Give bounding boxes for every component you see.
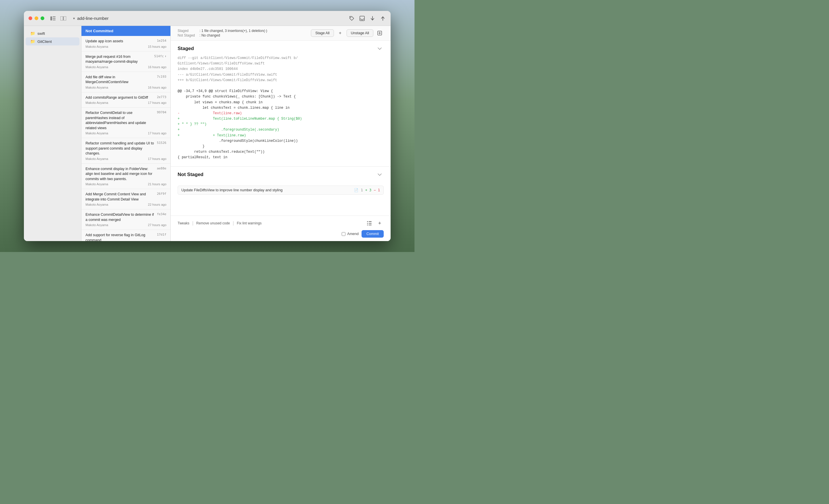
commit-item-6[interactable]: Enhance commit display in FolderView: al… (81, 164, 170, 189)
commit-item-9[interactable]: Add support for reverse flag in GitLog c… (81, 230, 170, 241)
commit-title-9: Add support for reverse flag in GitLog c… (85, 233, 157, 241)
commit-item-8[interactable]: Enhance CommitDetailView to determine if… (81, 209, 170, 230)
commit-hash-1: 514fc ⬆ (154, 54, 167, 58)
not-staged-files: Update FileDiffsView to improve line num… (171, 182, 391, 201)
commit-time-2: 16 hours ago (148, 86, 167, 89)
diff-line-added: + " " } ?? "") (178, 122, 384, 127)
add-template-icon-button[interactable]: + (375, 219, 384, 227)
commit-author-0: Makoto Aoyama (85, 45, 108, 48)
diff-line: +++ b/GitClient/Views/Commit/FileDiffsVi… (178, 78, 384, 83)
svg-rect-4 (61, 16, 63, 21)
push-icon[interactable] (380, 15, 386, 22)
traffic-lights (29, 16, 44, 20)
tag-separator-1: | (233, 221, 234, 226)
commit-item-3[interactable]: Add commitsRange argument to GitDiff 2e7… (81, 92, 170, 108)
not-staged-section-title: Not Staged (178, 172, 204, 178)
diff-line (178, 83, 384, 89)
commit-tag-2[interactable]: Fix lint warnings (237, 220, 262, 226)
diff-line: GitClient/Views/Commit/FileDiffsView.swi… (178, 61, 384, 67)
commit-time-3: 17 hours ago (148, 101, 167, 105)
svg-rect-3 (53, 20, 56, 21)
sidebar-item-label-2: GitClient (37, 39, 52, 44)
diff-panel: Staged : 1 file changed, 3 insertions(+)… (171, 26, 391, 241)
commit-time-5: 17 hours ago (148, 157, 167, 160)
minimize-button[interactable] (35, 16, 38, 20)
titlebar: ▾ add-line-number (24, 11, 391, 26)
commit-time-7: 22 hours ago (148, 203, 167, 206)
main-content: 📁 swift 📁 GitClient Not Committed Update… (24, 26, 391, 241)
export-icon-button[interactable] (375, 29, 384, 37)
commit-time-6: 21 hours ago (148, 182, 167, 186)
svg-rect-2 (53, 18, 56, 19)
not-staged-collapse-icon[interactable] (375, 170, 384, 179)
diff-line: --- a/GitClient/Views/Commit/FileDiffsVi… (178, 72, 384, 78)
commit-item-5[interactable]: Refactor commit handling and update UI t… (81, 138, 170, 164)
diff-line-added: + .foregroundStyle(.secondary) (178, 127, 384, 132)
pull-icon[interactable] (369, 15, 375, 22)
file-name: Update FileDiffsView to improve line num… (181, 188, 283, 192)
commit-actions: Amend Commit (178, 230, 384, 238)
branch-selector[interactable]: ▾ add-line-number (73, 16, 349, 21)
svg-rect-14 (369, 225, 372, 225)
commit-title-6: Enhance commit display in FolderView: al… (85, 166, 157, 182)
diff-line-added: + Text(line.toFileLineNumber.map { Strin… (178, 116, 384, 122)
tabs-icon[interactable] (61, 15, 66, 21)
tag-icon[interactable] (349, 15, 355, 22)
amend-label[interactable]: Amend (347, 232, 359, 236)
commit-hash-2: 7c193 (157, 75, 167, 79)
commit-author-4: Makoto Aoyama (85, 131, 108, 135)
commit-item-2[interactable]: Add file diff view in MergeCommitContent… (81, 72, 170, 92)
commit-tags: Tweaks | Remove unused code | Fix lint w… (178, 219, 384, 227)
file-icon: 📄 (354, 188, 358, 192)
deletions: − 1 (374, 188, 380, 192)
diff-stats: Staged : 1 file changed, 3 insertions(+)… (178, 29, 267, 37)
commit-time-4: 17 hours ago (148, 131, 167, 135)
sidebar-item-swift[interactable]: 📁 swift (26, 29, 79, 37)
titlebar-right-icons (349, 15, 386, 22)
commit-list-panel: Not Committed Update app icon assets 1e2… (81, 26, 171, 241)
commit-title-3: Add commitsRange argument to GitDiff (85, 95, 157, 101)
commit-item-0[interactable]: Update app icon assets 1e254 Makoto Aoya… (81, 36, 170, 51)
not-staged-section: Not Staged Update FileDiffsView to impro… (171, 166, 391, 201)
additions: + 3 (365, 188, 372, 192)
not-committed-header[interactable]: Not Committed (81, 26, 170, 36)
commit-item-4[interactable]: Refactor CommitDetail to use parentHashe… (81, 108, 170, 138)
commit-time-8: 27 hours ago (148, 223, 167, 227)
not-staged-label: Not Staged (178, 33, 198, 37)
folder-icon: 📁 (30, 31, 35, 36)
not-staged-file-row[interactable]: Update FileDiffsView to improve line num… (178, 186, 384, 195)
sidebar-item-label: swift (37, 31, 45, 36)
close-button[interactable] (29, 16, 32, 20)
stage-all-button[interactable]: Stage All (311, 29, 334, 37)
diff-header-actions: Stage All + Unstage All (311, 29, 384, 37)
svg-rect-5 (64, 16, 66, 21)
commit-author-6: Makoto Aoyama (85, 182, 108, 186)
file-stats: 📄 1 + 3 − 1 (354, 188, 380, 192)
diff-line: let views = chunks.map { chunk in (178, 100, 384, 105)
commit-author-8: Makoto Aoyama (85, 223, 108, 227)
sidebar-item-gitclient[interactable]: 📁 GitClient (26, 37, 79, 45)
staged-collapse-icon[interactable] (375, 45, 384, 53)
diff-line-added: + + Text(line.raw) (178, 133, 384, 139)
add-icon-button[interactable]: + (336, 29, 344, 37)
amend-checkbox-input[interactable] (342, 232, 346, 236)
commit-item-1[interactable]: Merge pull request #16 from maoyama/marg… (81, 51, 170, 72)
unstage-all-button[interactable]: Unstage All (347, 29, 373, 37)
commit-button[interactable]: Commit (362, 230, 384, 238)
not-committed-label: Not Committed (85, 29, 113, 33)
svg-rect-13 (367, 225, 368, 225)
commit-tag-1[interactable]: Remove unused code (196, 220, 230, 226)
inbox-icon[interactable] (359, 15, 365, 22)
diff-line-removed: - Text(line.raw) (178, 111, 384, 116)
diff-content: Staged diff --git a/GitClient/Views/Comm… (171, 41, 391, 216)
commit-tag-0[interactable]: Tweaks (178, 220, 189, 226)
commit-item-7[interactable]: Add Merge Commit Content View and integr… (81, 189, 170, 209)
list-icon-button[interactable] (365, 219, 373, 227)
sidebar-toggle-icon[interactable] (50, 15, 56, 21)
folder-icon-2: 📁 (30, 39, 35, 44)
commit-hash-6: ae88e (157, 166, 167, 170)
maximize-button[interactable] (41, 16, 44, 20)
commit-title-5: Refactor commit handling and update UI t… (85, 141, 157, 156)
staged-section: Staged diff --git a/GitClient/Views/Comm… (171, 41, 391, 166)
branch-chevron-icon: ▾ (73, 16, 75, 21)
